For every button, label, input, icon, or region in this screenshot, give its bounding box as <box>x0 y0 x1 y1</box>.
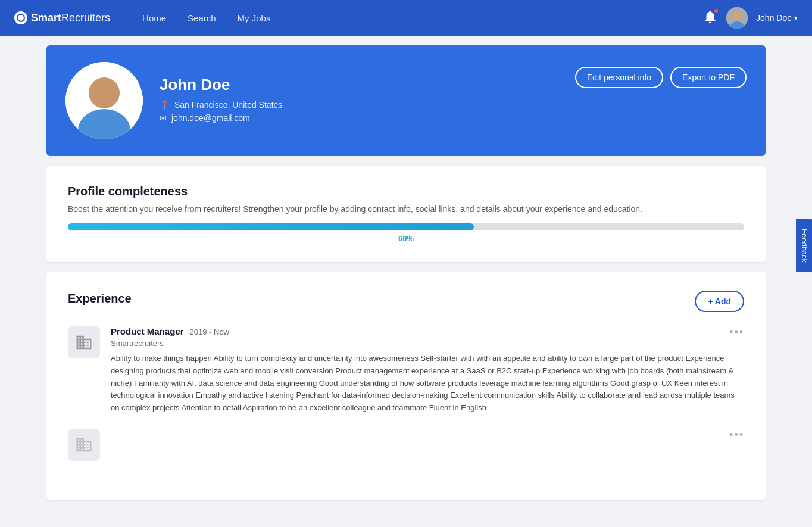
notification-bell[interactable] <box>702 9 718 27</box>
experience-card: Experience + Add Product Manager 2019 - … <box>46 272 766 500</box>
profile-completeness-card: Profile completeness Boost the attention… <box>46 166 766 262</box>
exp-company: Smartrecruiters <box>111 339 744 348</box>
notification-dot <box>713 8 719 14</box>
location-icon: 📍 <box>160 100 170 110</box>
brand-icon <box>14 11 27 24</box>
experience-item-2: ••• <box>68 429 744 467</box>
brand-name: SmartRecruiters <box>31 12 110 24</box>
completeness-title: Profile completeness <box>68 185 744 198</box>
svg-point-1 <box>733 11 741 20</box>
profile-hero: John Doe 📍 San Francisco, United States … <box>46 45 766 156</box>
profile-actions: Edit personal info Export to PDF <box>575 62 747 88</box>
edit-personal-info-button[interactable]: Edit personal info <box>575 67 663 88</box>
experience-content: Product Manager 2019 - Now Smartrecruite… <box>111 326 744 414</box>
experience-content-2 <box>111 429 744 461</box>
user-menu[interactable]: John Doe ▾ <box>756 13 798 23</box>
completeness-description: Boost the attention you receive from rec… <box>68 204 744 214</box>
exp-title-row: Product Manager 2019 - Now <box>111 326 744 336</box>
exp-job-title: Product Manager <box>111 326 184 336</box>
profile-info: John Doe 📍 San Francisco, United States … <box>160 76 558 126</box>
profile-email: ✉ john.doe@gmail.com <box>160 113 558 123</box>
svg-point-4 <box>89 77 120 108</box>
experience-title: Experience <box>68 292 132 305</box>
navbar-right: John Doe ▾ <box>702 7 798 29</box>
company-logo <box>68 326 100 358</box>
avatar-svg <box>65 62 143 139</box>
nav-links: Home Search My Jobs <box>134 8 702 28</box>
profile-location: 📍 San Francisco, United States <box>160 100 558 110</box>
nav-home[interactable]: Home <box>134 8 174 28</box>
progress-bar-track <box>68 223 744 230</box>
exp-dates: 2019 - Now <box>190 328 229 336</box>
progress-percent-label: 60% <box>68 234 744 243</box>
email-icon: ✉ <box>160 113 167 123</box>
building-icon-2 <box>75 436 93 454</box>
chevron-down-icon: ▾ <box>794 14 798 22</box>
navbar: SmartRecruiters Home Search My Jobs John… <box>0 0 812 36</box>
exp-description: Ability to make things happen Ability to… <box>111 353 744 414</box>
add-experience-button[interactable]: + Add <box>695 291 744 312</box>
experience-more-menu[interactable]: ••• <box>729 326 744 339</box>
experience-section-header: Experience + Add <box>68 291 744 312</box>
brand-logo[interactable]: SmartRecruiters <box>14 11 110 24</box>
nav-my-jobs[interactable]: My Jobs <box>229 8 279 28</box>
experience-more-menu-2[interactable]: ••• <box>729 429 744 441</box>
nav-search[interactable]: Search <box>179 8 224 28</box>
experience-item: Product Manager 2019 - Now Smartrecruite… <box>68 326 744 414</box>
profile-name: John Doe <box>160 76 558 94</box>
building-icon <box>75 333 93 351</box>
avatar-svg-nav <box>726 7 748 29</box>
profile-avatar <box>65 62 143 139</box>
user-avatar-nav[interactable] <box>726 7 748 29</box>
user-name: John Doe <box>756 13 792 23</box>
export-to-pdf-button[interactable]: Export to PDF <box>670 67 747 88</box>
progress-bar-fill <box>68 223 474 230</box>
feedback-tab[interactable]: Feedback <box>796 219 812 272</box>
company-logo-2 <box>68 429 100 461</box>
